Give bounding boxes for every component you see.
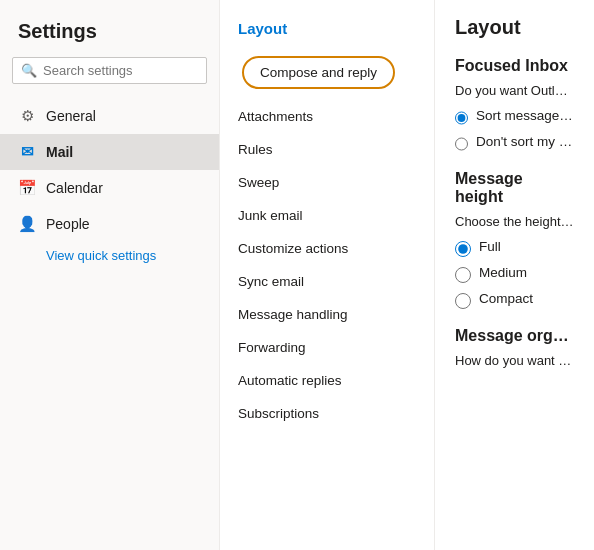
radio-medium-input[interactable] [455,267,471,283]
radio-nosort-label: Don't sort my messa [476,134,574,149]
radio-compact-input[interactable] [455,293,471,309]
middle-panel-title: Layout [220,10,434,45]
search-box[interactable]: 🔍 [12,57,207,84]
middle-item-rules[interactable]: Rules [220,133,434,166]
radio-sort-label: Sort messages into F [476,108,574,123]
middle-item-sweep[interactable]: Sweep [220,166,434,199]
calendar-icon: 📅 [18,179,36,197]
right-panel-title: Layout [455,16,574,39]
middle-item-automatic-replies[interactable]: Automatic replies [220,364,434,397]
radio-nosort: Don't sort my messa [455,134,574,152]
middle-item-junk-email[interactable]: Junk email [220,199,434,232]
middle-item-forwarding[interactable]: Forwarding [220,331,434,364]
sidebar: Settings 🔍 ⚙ General ✉ Mail 📅 Calendar 👤… [0,0,220,550]
sidebar-item-calendar[interactable]: 📅 Calendar [0,170,219,206]
radio-medium: Medium [455,265,574,283]
message-height-description: Choose the height of eac [455,214,574,229]
focused-inbox-title: Focused Inbox [455,57,574,75]
middle-item-compose-reply[interactable]: Compose and reply [220,45,434,100]
middle-item-message-handling[interactable]: Message handling [220,298,434,331]
search-input[interactable] [43,63,198,78]
radio-full-label: Full [479,239,501,254]
radio-nosort-input[interactable] [455,136,468,152]
sidebar-item-label: People [46,216,90,232]
view-quick-settings-link[interactable]: View quick settings [0,242,219,269]
radio-medium-label: Medium [479,265,527,280]
compose-reply-label[interactable]: Compose and reply [242,56,395,89]
sidebar-item-people[interactable]: 👤 People [0,206,219,242]
middle-panel: Layout Compose and reply Attachments Rul… [220,0,435,550]
sidebar-item-mail[interactable]: ✉ Mail [0,134,219,170]
radio-full-input[interactable] [455,241,471,257]
middle-item-attachments[interactable]: Attachments [220,100,434,133]
people-icon: 👤 [18,215,36,233]
radio-sort: Sort messages into F [455,108,574,126]
focused-inbox-description: Do you want Outlook to [455,83,574,98]
radio-compact: Compact [455,291,574,309]
mail-icon: ✉ [18,143,36,161]
sidebar-item-label: Calendar [46,180,103,196]
right-panel: Layout Focused Inbox Do you want Outlook… [435,0,594,550]
radio-full: Full [455,239,574,257]
middle-item-customize-actions[interactable]: Customize actions [220,232,434,265]
gear-icon: ⚙ [18,107,36,125]
sidebar-item-label: General [46,108,96,124]
radio-compact-label: Compact [479,291,533,306]
middle-item-subscriptions[interactable]: Subscriptions [220,397,434,430]
sidebar-title: Settings [0,10,219,57]
message-height-section: Message height Choose the height of eac … [455,170,574,309]
radio-sort-input[interactable] [455,110,468,126]
sidebar-item-label: Mail [46,144,73,160]
message-organization-section: Message organizatio How do you want your… [455,327,574,368]
sidebar-item-general[interactable]: ⚙ General [0,98,219,134]
focused-inbox-section: Focused Inbox Do you want Outlook to Sor… [455,57,574,152]
middle-item-sync-email[interactable]: Sync email [220,265,434,298]
message-organization-title: Message organizatio [455,327,574,345]
message-organization-description: How do you want your m [455,353,574,368]
app-container: Settings 🔍 ⚙ General ✉ Mail 📅 Calendar 👤… [0,0,594,550]
message-height-title: Message height [455,170,574,206]
search-icon: 🔍 [21,63,37,78]
